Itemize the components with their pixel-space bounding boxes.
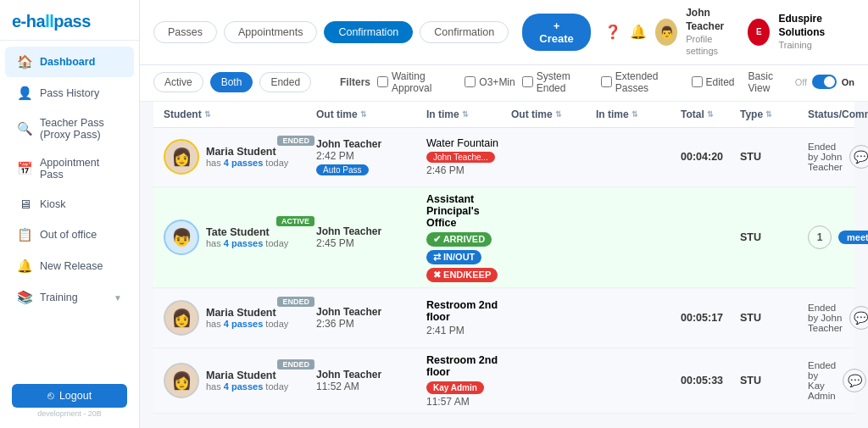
in-time-cell-4: Restroom 2nd floor Kay Admin 11:57 AM <box>426 354 511 408</box>
in-time-cell-1: Water Fountain John Teache... 2:46 PM <box>426 137 511 176</box>
extended-passes-filter[interactable]: Extended Passes <box>601 70 685 94</box>
in-time-cell-2: Assistant Principal's Office ✔ ARRIVED ⇄… <box>426 193 511 282</box>
pass-table: Student⇅ Out time⇅ In time⇅ Out time⇅ In… <box>140 102 868 428</box>
table-row: ENDED 👩 Maria Student has 4 passes today… <box>153 349 854 414</box>
comment-count-badge[interactable]: 1 <box>808 225 832 249</box>
student-info: Maria Student has 4 passes today <box>206 307 288 329</box>
org-logo: E <box>748 19 770 46</box>
create-button[interactable]: + Create <box>522 14 591 51</box>
both-filter-btn[interactable]: Both <box>210 72 253 92</box>
user-avatar[interactable]: 👨 <box>655 19 677 46</box>
o3min-filter[interactable]: O3+Min <box>465 76 515 88</box>
student-cell-4: ENDED 👩 Maria Student has 4 passes today <box>164 363 316 398</box>
help-icon[interactable]: ❓ <box>604 24 621 40</box>
person-icon: 👤 <box>17 86 32 101</box>
tab-confirmation-2[interactable]: Confirmation <box>420 21 509 43</box>
col-in-time-1: In time⇅ <box>426 108 511 120</box>
inout-tag[interactable]: ⇄ IN/OUT <box>426 250 481 264</box>
comment-icon[interactable]: 💬 <box>843 369 866 392</box>
basic-view-toggle: Basic View Off On <box>748 70 854 94</box>
type-cell-1: STU <box>740 151 808 163</box>
student-cell-1: ENDED 👩 Maria Student has 4 passes today <box>164 139 316 175</box>
table-header: Student⇅ Out time⇅ In time⇅ Out time⇅ In… <box>153 102 854 128</box>
sidebar-item-teacher-pass[interactable]: 🔍 Teacher Pass (Proxy Pass) <box>5 109 134 148</box>
tab-passes[interactable]: Passes <box>153 21 217 43</box>
basic-view-switch[interactable] <box>812 75 837 89</box>
logout-button[interactable]: ⎋ Logout <box>12 384 127 408</box>
avatar: 👩 <box>164 363 199 398</box>
out-time-cell-2: John Teacher 2:45 PM <box>316 225 426 249</box>
content-area: Active Both Ended Filters Waiting Approv… <box>140 65 868 428</box>
avatar: 👩 <box>164 300 199 336</box>
org-info: Eduspire Solutions Training <box>778 13 854 51</box>
status-cell-4: Ended by Kay Admin 💬 <box>808 360 866 401</box>
main-content: Passes Appointments Confirmation Confirm… <box>140 0 868 428</box>
out-time-cell-1: John Teacher 2:42 PM Auto Pass <box>316 138 426 175</box>
sidebar-item-dashboard[interactable]: 🏠 Dashboard <box>5 47 134 77</box>
topbar: Passes Appointments Confirmation Confirm… <box>140 0 868 65</box>
system-ended-filter[interactable]: System Ended <box>522 70 594 94</box>
search-icon: 🔍 <box>17 121 32 136</box>
col-total: Total⇅ <box>681 108 740 120</box>
col-in-time-2: In time⇅ <box>596 108 681 120</box>
action-tags: ✔ ARRIVED ⇄ IN/OUT ✖ END/KEEP <box>426 232 511 282</box>
logo-area: e-hallpass <box>0 0 139 41</box>
sidebar-item-pass-history[interactable]: 👤 Pass History <box>5 78 134 108</box>
tab-appointments[interactable]: Appointments <box>224 21 317 43</box>
app-logo: e-hallpass <box>12 12 127 31</box>
sidebar-item-out-of-office[interactable]: 📋 Out of office <box>5 220 134 250</box>
sidebar-item-new-release[interactable]: 🔔 New Release <box>5 251 134 281</box>
student-info: Maria Student has 4 passes today <box>206 370 288 392</box>
status-badge-ended: ENDED <box>277 297 314 307</box>
book-icon: 📚 <box>17 290 32 305</box>
chevron-down-icon: ▼ <box>114 293 122 303</box>
total-cell-4: 00:05:33 <box>681 375 740 386</box>
out-time-cell-3: John Teacher 2:36 PM <box>316 306 426 330</box>
student-cell-3: ENDED 👩 Maria Student has 4 passes today <box>164 300 316 336</box>
student-cell-2: ACTIVE 👦 Tate Student has 4 passes today <box>164 220 316 255</box>
in-time-cell-3: Restroom 2nd floor 2:41 PM <box>426 299 511 336</box>
sidebar-item-appointment-pass[interactable]: 📅 Appointment Pass <box>5 149 134 188</box>
tab-confirmation-1[interactable]: Confirmation <box>324 21 413 43</box>
endkeep-tag[interactable]: ✖ END/KEEP <box>426 268 498 282</box>
kay-admin-tag: Kay Admin <box>426 381 484 394</box>
filter-bar: Active Both Ended Filters Waiting Approv… <box>140 65 868 102</box>
col-out-time-2: Out time⇅ <box>511 108 596 120</box>
type-cell-2: STU <box>740 231 808 243</box>
status-badge-ended: ENDED <box>277 136 314 146</box>
total-cell-1: 00:04:20 <box>681 151 740 163</box>
home-icon: 🏠 <box>17 54 32 69</box>
col-status: Status/Comments⇅? <box>808 108 868 120</box>
table-row: ACTIVE 👦 Tate Student has 4 passes today… <box>153 188 854 288</box>
bell-icon: 🔔 <box>17 258 32 274</box>
student-info: Tate Student has 4 passes today <box>206 226 288 248</box>
col-student: Student⇅ <box>164 108 316 120</box>
waiting-approval-filter[interactable]: Waiting Approval <box>377 70 458 94</box>
topbar-icons: ❓ 🔔 👨 John Teacher Profile settings E Ed… <box>604 7 854 58</box>
sidebar-item-training[interactable]: 📚 Training ▼ <box>5 282 134 313</box>
avatar: 👦 <box>164 220 199 255</box>
edited-filter[interactable]: Edited <box>692 76 735 88</box>
type-cell-4: STU <box>740 375 808 386</box>
active-filter-btn[interactable]: Active <box>153 72 203 92</box>
student-info: Maria Student has 4 passes today <box>206 146 288 168</box>
arrived-tag[interactable]: ✔ ARRIVED <box>426 232 492 247</box>
sidebar-nav: 🏠 Dashboard 👤 Pass History 🔍 Teacher Pas… <box>0 41 139 375</box>
logout-icon: ⎋ <box>47 390 54 402</box>
comment-icon[interactable]: 💬 <box>849 145 868 169</box>
bell-muted-icon[interactable]: 🔔 <box>630 24 647 40</box>
comment-icon[interactable]: 💬 <box>849 306 868 330</box>
sidebar-item-kiosk[interactable]: 🖥 Kiosk <box>5 189 134 219</box>
col-type: Type⇅ <box>740 108 808 120</box>
sidebar: e-hallpass 🏠 Dashboard 👤 Pass History 🔍 … <box>0 0 140 428</box>
total-cell-3: 00:05:17 <box>681 312 740 324</box>
dev-label: development - 20B <box>12 408 127 421</box>
out-time-cell-4: John Teacher 11:52 AM <box>316 369 426 392</box>
status-cell-2: 1 meeting <box>808 225 868 249</box>
clipboard-icon: 📋 <box>17 227 32 242</box>
type-cell-3: STU <box>740 312 808 324</box>
status-badge-ended: ENDED <box>277 359 314 370</box>
ended-filter-btn[interactable]: Ended <box>259 72 311 92</box>
table-row: ENDED 👩 Maria Student has 4 passes today… <box>153 289 854 348</box>
calendar-icon: 📅 <box>17 161 32 176</box>
